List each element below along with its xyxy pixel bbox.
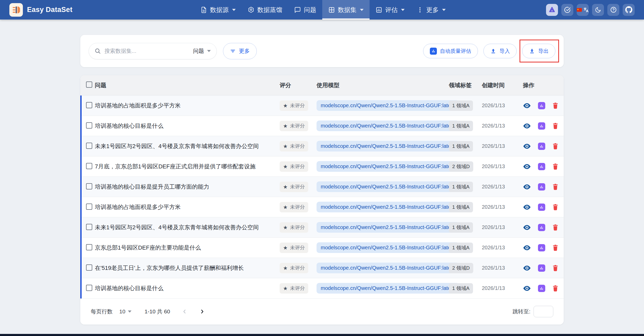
delete-button[interactable] (552, 244, 558, 251)
model-provider-icon[interactable] (546, 4, 558, 16)
model-chip[interactable]: modelscope.cn/Qwen/Qwen2.5-1.5B-Instruct… (317, 202, 459, 212)
github-icon[interactable] (623, 4, 635, 16)
view-eye-button[interactable] (523, 285, 531, 291)
eye-icon (523, 184, 531, 190)
created-date: 2026/1/13 (482, 224, 523, 230)
analytics-button[interactable] (538, 122, 545, 130)
task-check-icon[interactable] (561, 4, 573, 16)
nav-item-distill[interactable]: 数据蒸馏 (242, 0, 288, 20)
nav-item-evaluate[interactable]: 评估 (370, 0, 411, 20)
row-checkbox[interactable] (86, 224, 92, 230)
model-chip[interactable]: modelscope.cn/Qwen/Qwen2.5-1.5B-Instruct… (317, 141, 459, 151)
search-field-select[interactable]: 问题 (193, 47, 211, 55)
view-eye-button[interactable] (523, 184, 531, 190)
delete-button[interactable] (552, 123, 558, 129)
row-checkbox[interactable] (86, 143, 92, 149)
model-chip[interactable]: modelscope.cn/Qwen/Qwen2.5-1.5B-Instruct… (317, 222, 459, 233)
delete-button[interactable] (552, 285, 558, 292)
view-eye-button[interactable] (523, 204, 531, 210)
view-eye-button[interactable] (523, 265, 531, 271)
chevron-right-icon (199, 308, 205, 315)
model-chip[interactable]: modelscope.cn/Qwen/Qwen2.5-1.5B-Instruct… (317, 100, 459, 111)
analytics-button[interactable] (538, 163, 545, 170)
export-button[interactable]: 导出 (522, 44, 555, 58)
delete-button[interactable] (552, 143, 558, 150)
delete-button[interactable] (552, 183, 558, 190)
app-logo-icon[interactable] (9, 3, 23, 17)
star-icon: ★ (283, 265, 288, 271)
trash-icon (552, 224, 558, 231)
nav-item-dataset[interactable]: 数据集 (322, 0, 370, 20)
view-eye-button[interactable] (523, 123, 531, 129)
row-checkbox[interactable] (86, 264, 92, 271)
delete-button[interactable] (552, 163, 558, 170)
chevron-down-icon (442, 9, 446, 11)
analytics-button[interactable] (538, 285, 545, 292)
help-icon[interactable] (607, 4, 619, 16)
column-header-question: 问题 (95, 81, 280, 89)
jump-to-page-input[interactable] (534, 306, 553, 317)
row-checkbox[interactable] (86, 285, 92, 291)
trash-icon (552, 204, 558, 211)
rating-label: 未评分 (290, 265, 305, 271)
view-eye-button[interactable] (523, 103, 531, 109)
view-eye-button[interactable] (523, 143, 531, 149)
domain-tag-badge: 1 领域A (449, 243, 473, 253)
row-checkbox[interactable] (86, 204, 92, 210)
view-eye-button[interactable] (523, 163, 531, 170)
next-page-button[interactable] (199, 308, 205, 315)
dark-mode-moon-icon[interactable] (592, 4, 604, 16)
domain-tag-badge: 1 领域A (449, 202, 473, 212)
model-chip[interactable]: modelscope.cn/Qwen/Qwen2.5-1.5B-Instruct… (317, 181, 459, 192)
model-chip[interactable]: modelscope.cn/Qwen/Qwen2.5-1.5B-Instruct… (317, 242, 459, 253)
nav-item-more[interactable]: 更多 (411, 0, 452, 20)
nav-item-datasource[interactable]: 数据源 (194, 0, 242, 20)
more-filters-button[interactable]: 更多 (223, 43, 257, 59)
row-question: 培训基地的核心目标是什么 (95, 284, 280, 292)
delete-button[interactable] (552, 102, 558, 109)
auto-quality-evaluate-button[interactable]: 自动质量评估 (423, 44, 478, 58)
analytics-button[interactable] (538, 143, 545, 150)
row-question: 培训基地的占地面积是多少平方米 (95, 203, 280, 211)
analytics-button[interactable] (538, 224, 545, 231)
jump-to-page: 跳转至: (512, 306, 553, 317)
row-checkbox[interactable] (86, 244, 92, 250)
toolbar-card: 问题 更多 自动质量评估 导入 导出 (80, 35, 564, 67)
rating-badge: ★ 未评分 (280, 100, 308, 111)
import-button[interactable]: 导入 (483, 44, 517, 58)
delete-button[interactable] (552, 224, 558, 231)
rows-per-page-select[interactable]: 10 (119, 308, 132, 315)
previous-page-button[interactable] (181, 308, 188, 315)
nav-item-questions[interactable]: 问题 (288, 0, 322, 20)
model-chip[interactable]: modelscope.cn/Qwen/Qwen2.5-1.5B-Instruct… (317, 263, 459, 273)
analytics-button[interactable] (538, 244, 545, 251)
analytics-button[interactable] (538, 204, 545, 211)
search-box: 问题 (89, 43, 217, 59)
row-checkbox[interactable] (86, 163, 92, 169)
rating-label: 未评分 (290, 204, 305, 211)
column-header-rating: 评分 (280, 81, 317, 89)
view-eye-button[interactable] (523, 224, 531, 231)
rating-badge: ★ 未评分 (280, 202, 308, 212)
view-eye-button[interactable] (523, 245, 531, 251)
delete-button[interactable] (552, 265, 558, 271)
pagination-bar: 每页行数 10 1-10 共 60 跳转至: (80, 299, 564, 325)
star-icon: ★ (283, 103, 288, 108)
analytics-button[interactable] (538, 102, 545, 109)
nav-label: 更多 (426, 6, 439, 14)
analytics-button[interactable] (538, 264, 545, 272)
analytics-button[interactable] (538, 183, 545, 191)
select-all-checkbox[interactable] (86, 81, 92, 88)
row-checkbox[interactable] (86, 183, 92, 189)
search-input[interactable] (104, 48, 189, 54)
language-icon[interactable] (577, 4, 589, 16)
search-icon (95, 48, 101, 54)
rating-label: 未评分 (290, 244, 305, 251)
model-chip[interactable]: modelscope.cn/Qwen/Qwen2.5-1.5B-Instruct… (317, 161, 459, 172)
model-chip[interactable]: modelscope.cn/Qwen/Qwen2.5-1.5B-Instruct… (317, 121, 459, 131)
model-chip[interactable]: modelscope.cn/Qwen/Qwen2.5-1.5B-Instruct… (317, 283, 459, 294)
row-checkbox[interactable] (86, 102, 92, 108)
row-checkbox[interactable] (86, 122, 92, 129)
delete-button[interactable] (552, 204, 558, 211)
created-date: 2026/1/13 (482, 265, 523, 271)
